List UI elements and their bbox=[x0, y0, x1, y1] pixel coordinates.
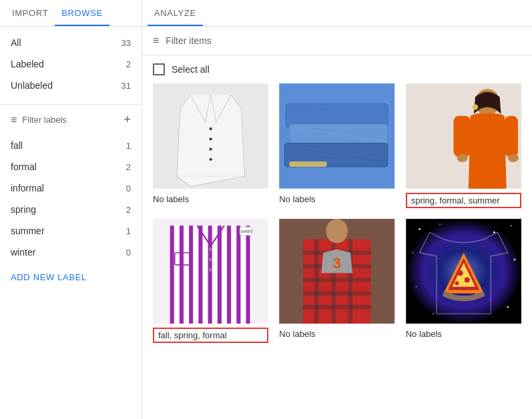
labels-section: fall 1 formal 2 informal 0 spring 2 summ… bbox=[0, 132, 142, 266]
image-label-1: No labels bbox=[153, 193, 268, 205]
svg-point-63 bbox=[457, 270, 463, 276]
main-tab-bar: ANALYZE bbox=[142, 0, 532, 26]
image-label-2: No labels bbox=[279, 193, 394, 205]
svg-text:3: 3 bbox=[333, 255, 341, 272]
svg-point-34 bbox=[209, 268, 212, 271]
image-thumbnail: SHIRT bbox=[153, 219, 268, 324]
svg-point-59 bbox=[433, 313, 434, 314]
select-all-checkbox[interactable] bbox=[153, 63, 165, 75]
svg-rect-27 bbox=[208, 226, 212, 324]
tab-import[interactable]: IMPORT bbox=[5, 0, 55, 26]
image-label-5: No labels bbox=[279, 328, 394, 340]
svg-point-15 bbox=[473, 105, 478, 110]
category-labeled[interactable]: Labeled 2 bbox=[0, 53, 142, 75]
label-summer-count: 1 bbox=[126, 226, 131, 236]
select-all-label: Select all bbox=[172, 64, 210, 75]
category-unlabeled[interactable]: Unlabeled 31 bbox=[0, 75, 142, 96]
label-winter-count: 0 bbox=[126, 248, 131, 258]
svg-point-32 bbox=[209, 248, 212, 251]
category-section: All 33 Labeled 2 Unlabeled 31 bbox=[0, 27, 142, 101]
label-fall-count: 1 bbox=[126, 141, 131, 151]
tab-browse[interactable]: BROWSE bbox=[55, 0, 109, 26]
tab-analyze[interactable]: ANALYZE bbox=[148, 0, 203, 26]
category-labeled-count: 2 bbox=[126, 59, 131, 69]
svg-point-53 bbox=[493, 231, 495, 233]
add-label-icon[interactable]: + bbox=[123, 113, 131, 127]
svg-point-58 bbox=[507, 306, 509, 308]
label-winter-name: winter bbox=[11, 247, 35, 258]
label-informal[interactable]: informal 0 bbox=[0, 177, 142, 199]
svg-point-48 bbox=[326, 219, 348, 244]
svg-rect-18 bbox=[504, 116, 517, 157]
svg-rect-30 bbox=[236, 226, 240, 324]
svg-rect-23 bbox=[170, 226, 174, 324]
image-label-4: fall, spring, formal bbox=[153, 328, 268, 343]
image-thumbnail bbox=[406, 83, 521, 189]
svg-point-64 bbox=[464, 277, 469, 282]
svg-rect-24 bbox=[180, 226, 184, 324]
tab-bar: IMPORT BROWSE bbox=[0, 0, 142, 27]
svg-rect-31 bbox=[246, 226, 250, 324]
label-spring-count: 2 bbox=[126, 205, 131, 215]
svg-point-52 bbox=[439, 224, 441, 225]
image-thumbnail bbox=[279, 83, 394, 189]
category-labeled-label: Labeled bbox=[11, 59, 44, 69]
svg-point-2 bbox=[210, 137, 212, 140]
filter-icon: ≡ bbox=[11, 114, 17, 126]
label-formal-name: formal bbox=[11, 161, 37, 172]
svg-point-55 bbox=[412, 252, 413, 253]
label-formal-count: 2 bbox=[126, 162, 131, 172]
image-label-6: No labels bbox=[406, 328, 521, 340]
label-spring[interactable]: spring 2 bbox=[0, 199, 142, 220]
add-new-label-button[interactable]: ADD NEW LABEL bbox=[0, 266, 142, 289]
svg-point-57 bbox=[415, 286, 417, 287]
filter-items-header: ≡ Filter items bbox=[142, 27, 532, 55]
svg-rect-12 bbox=[290, 161, 327, 167]
svg-text:SHIRT: SHIRT bbox=[240, 229, 252, 234]
svg-point-1 bbox=[210, 127, 212, 130]
label-fall[interactable]: fall 1 bbox=[0, 135, 142, 156]
svg-point-54 bbox=[510, 225, 511, 226]
image-grid-area: No labels bbox=[142, 83, 532, 419]
svg-rect-26 bbox=[198, 226, 202, 324]
svg-point-4 bbox=[210, 158, 212, 161]
label-informal-count: 0 bbox=[126, 183, 131, 193]
category-unlabeled-count: 31 bbox=[121, 81, 131, 91]
label-spring-name: spring bbox=[11, 204, 36, 215]
svg-point-33 bbox=[209, 258, 212, 261]
filter-labels-row: ≡ Filter labels + bbox=[0, 107, 142, 132]
svg-rect-28 bbox=[218, 226, 222, 324]
list-item[interactable]: spring, formal, summer bbox=[406, 83, 521, 208]
list-item[interactable]: 3 No labels bbox=[279, 219, 394, 344]
category-all-count: 33 bbox=[121, 38, 131, 48]
sidebar: IMPORT BROWSE All 33 Labeled 2 Unlabeled… bbox=[0, 0, 142, 419]
filter-items-icon: ≡ bbox=[153, 35, 159, 47]
label-winter[interactable]: winter 0 bbox=[0, 242, 142, 263]
image-thumbnail: 3 bbox=[279, 219, 394, 324]
list-item[interactable]: No labels bbox=[153, 83, 268, 208]
category-all-label: All bbox=[11, 37, 21, 48]
filter-items-text: Filter items bbox=[166, 35, 211, 46]
label-formal[interactable]: formal 2 bbox=[0, 156, 142, 177]
main-content: ANALYZE ≡ Filter items Select all bbox=[142, 0, 532, 419]
image-grid: No labels bbox=[153, 83, 521, 343]
list-item[interactable]: No labels bbox=[279, 83, 394, 208]
list-item[interactable]: SHIRT fall, spring, formal bbox=[153, 219, 268, 344]
select-all-row: Select all bbox=[142, 55, 532, 83]
label-fall-name: fall bbox=[11, 140, 23, 151]
image-thumbnail bbox=[153, 83, 268, 189]
list-item[interactable]: No labels bbox=[406, 219, 521, 344]
label-summer[interactable]: summer 1 bbox=[0, 220, 142, 242]
divider-1 bbox=[0, 104, 142, 105]
label-informal-name: informal bbox=[11, 183, 44, 193]
category-all[interactable]: All 33 bbox=[0, 32, 142, 53]
image-thumbnail bbox=[406, 219, 521, 324]
svg-point-65 bbox=[455, 281, 459, 285]
svg-point-51 bbox=[419, 228, 421, 230]
label-summer-name: summer bbox=[11, 226, 45, 236]
category-unlabeled-label: Unlabeled bbox=[11, 80, 53, 91]
svg-rect-29 bbox=[227, 226, 231, 324]
svg-point-56 bbox=[513, 258, 515, 260]
svg-rect-25 bbox=[189, 226, 193, 324]
svg-point-20 bbox=[507, 154, 518, 162]
